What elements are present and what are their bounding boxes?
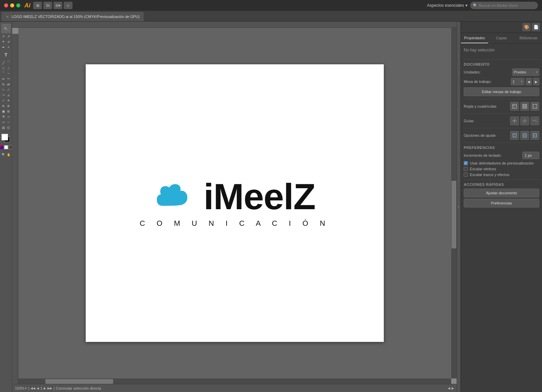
vertical-scrollbar-thumb[interactable] xyxy=(452,181,456,248)
opciones-icon-3[interactable] xyxy=(530,131,539,140)
tab-capas[interactable]: Capas xyxy=(488,33,515,43)
magic-wand-tool[interactable]: ✦ xyxy=(1,39,6,44)
stock-search[interactable]: 🔍 Buscar en Adobe Stock xyxy=(470,2,538,9)
panel-collapse-button[interactable]: ‹ xyxy=(457,22,461,392)
checkbox-row-escalar-trazos: Escalar trazos y efectos xyxy=(464,173,539,177)
zoom-tool[interactable]: 🔍 xyxy=(1,152,6,157)
artboard-nav-right[interactable]: ▶▶ xyxy=(47,387,52,390)
reflect-tool[interactable]: ⇌ xyxy=(6,82,11,87)
selection-tool[interactable]: ↖ xyxy=(1,24,11,33)
unidades-label: Unidades: xyxy=(464,70,481,74)
mesa-input[interactable]: 1 ▾ xyxy=(511,78,524,85)
guias-icon-3[interactable]: + xyxy=(530,116,539,125)
zoom-dropdown-icon[interactable]: ▾ xyxy=(25,387,27,390)
arrange-tool[interactable]: ◇ xyxy=(64,2,72,9)
status-arrow-left[interactable]: ◀ xyxy=(448,387,450,390)
shape-builder-tool[interactable]: ⊕ xyxy=(1,104,6,108)
minimize-button[interactable] xyxy=(10,3,14,7)
vertical-scrollbar[interactable] xyxy=(451,28,457,378)
checkbox-escalar-trazos[interactable] xyxy=(464,173,468,177)
symbol-sprayer-tool[interactable]: ○ xyxy=(6,120,11,125)
artboard-prev[interactable]: ◀ xyxy=(37,387,39,390)
section-acciones: Acciones rápidas xyxy=(464,182,539,187)
workspace-tool[interactable]: ⊟▾ xyxy=(54,2,62,9)
mesa-prev-arrow[interactable]: ◀ xyxy=(526,78,532,85)
blend-tool[interactable]: ∞ xyxy=(1,120,6,125)
rect-tool[interactable]: □ xyxy=(1,66,6,70)
ellipse-tool[interactable]: ○ xyxy=(6,66,11,70)
eyedropper-tool[interactable]: ⚗ xyxy=(1,114,6,119)
toolbar-toggle[interactable]: ⊞ xyxy=(33,2,42,9)
maximize-button[interactable] xyxy=(16,3,20,7)
mesa-next-arrow[interactable]: ▶ xyxy=(533,78,539,85)
rotate-tool[interactable]: ↻ xyxy=(1,82,6,87)
paintbrush-tool[interactable]: ⌒ xyxy=(1,71,6,76)
switch-tool[interactable]: St xyxy=(43,2,52,9)
none-icon[interactable] xyxy=(4,145,8,149)
hand-tool[interactable]: ✋ xyxy=(6,152,11,157)
opciones-icon-1[interactable] xyxy=(510,131,519,140)
smooth-tool[interactable]: 〜 xyxy=(6,77,11,81)
reshape-tool[interactable]: ⊿ xyxy=(6,93,11,97)
fill-swatch[interactable] xyxy=(1,134,8,140)
regla-icon-2[interactable] xyxy=(520,102,529,111)
preferencias-button[interactable]: Preferencias xyxy=(464,199,539,208)
checkbox-usar-delimitadores[interactable]: ✓ xyxy=(464,161,468,165)
arc-tool[interactable]: ⌒ xyxy=(6,60,11,65)
artboard-tool[interactable]: ⊡ xyxy=(6,125,11,130)
zoom-control[interactable]: 150% ▾ xyxy=(15,386,27,390)
prop-row-mesa: Mesa de trabajo: 1 ▾ ◀ ▶ xyxy=(464,78,539,85)
tab-propiedades[interactable]: Propiedades xyxy=(461,33,488,43)
close-button[interactable] xyxy=(4,3,8,7)
group-selection-tool[interactable]: ↗ xyxy=(6,34,11,39)
measure-tool[interactable]: ⊸ xyxy=(6,114,11,119)
mesh-tool[interactable]: ⊞ xyxy=(6,109,11,114)
puppet-warp-tool[interactable]: ✦ xyxy=(6,98,11,103)
checkbox-escalar-vertices[interactable] xyxy=(464,167,468,171)
pen-add-tool[interactable]: + xyxy=(6,45,11,49)
panel-content: No hay selección Documento Unidades: Píx… xyxy=(461,44,542,392)
horizontal-scrollbar[interactable] xyxy=(18,378,451,384)
chart-tool[interactable]: ▤ xyxy=(1,125,6,130)
live-paint-tool[interactable]: ⊗ xyxy=(6,104,11,108)
title-bar-tools: ⊞ St ⊟▾ ◇ xyxy=(33,2,72,9)
unidades-select[interactable]: Píxeles ▾ xyxy=(512,68,539,76)
color-panel-icon[interactable]: 🎨 xyxy=(522,23,530,31)
doc-panel-icon[interactable]: 📄 xyxy=(532,23,540,31)
artboard-next[interactable]: ▶ xyxy=(44,387,46,390)
warp-tool[interactable]: 〜 xyxy=(1,93,6,97)
direct-selection-tool[interactable]: ↗ xyxy=(1,34,6,39)
guias-icon-1[interactable] xyxy=(510,116,519,125)
status-arrow-right[interactable]: ▶ xyxy=(452,387,454,390)
gradient-tool[interactable]: ▣ xyxy=(1,109,6,114)
line-tool[interactable]: ╱ xyxy=(1,60,6,65)
logo-text-meelz: MeelZ xyxy=(213,178,315,215)
regla-icon-1[interactable] xyxy=(510,102,519,111)
artboard-nav-left[interactable]: ◀◀ xyxy=(30,387,35,390)
shear-tool[interactable]: ⤢ xyxy=(6,87,11,92)
horizontal-scrollbar-thumb[interactable] xyxy=(45,379,113,384)
tab-bibliotecas[interactable]: Bibliotecas xyxy=(515,33,542,43)
pencil-tool[interactable]: ✏ xyxy=(1,77,6,81)
edit-mesas-button[interactable]: Editar mesas de trabajo xyxy=(464,87,539,96)
free-transform-tool[interactable]: ⤢ xyxy=(1,98,6,103)
pen-tool[interactable]: ✒ xyxy=(1,45,6,49)
color-icon[interactable] xyxy=(0,145,3,149)
scale-tool[interactable]: ⤡ xyxy=(1,87,6,92)
incremento-input[interactable]: 1 px xyxy=(522,152,539,159)
essentials-button[interactable]: Aspectos esenciales ▾ xyxy=(427,3,467,8)
tab-close-icon[interactable]: ✕ xyxy=(5,15,9,19)
regla-icon-3[interactable] xyxy=(530,102,539,111)
ajustar-documento-button[interactable]: Ajustar documento xyxy=(464,189,539,197)
checkbox-usar-label: Usar delimitadores de previsualización xyxy=(470,161,534,165)
document-tab[interactable]: ✕ LOGO IMEELZ VECTORIZADO.ai al 150% (CM… xyxy=(1,12,144,21)
canvas-area: i MeelZ C O M U N I C A C I Ó N xyxy=(12,22,457,392)
lasso-tool[interactable]: ⌀ xyxy=(6,39,11,44)
blob-brush-tool[interactable]: ~ xyxy=(6,71,11,76)
color-swatches[interactable] xyxy=(1,134,11,143)
canvas-scroll-area[interactable]: i MeelZ C O M U N I C A C I Ó N xyxy=(12,28,457,384)
guias-icon-2[interactable]: + xyxy=(520,116,529,125)
canvas-wrapper[interactable]: i MeelZ C O M U N I C A C I Ó N xyxy=(18,28,451,378)
opciones-icon-2[interactable] xyxy=(520,131,529,140)
type-tool[interactable]: T xyxy=(1,50,11,60)
